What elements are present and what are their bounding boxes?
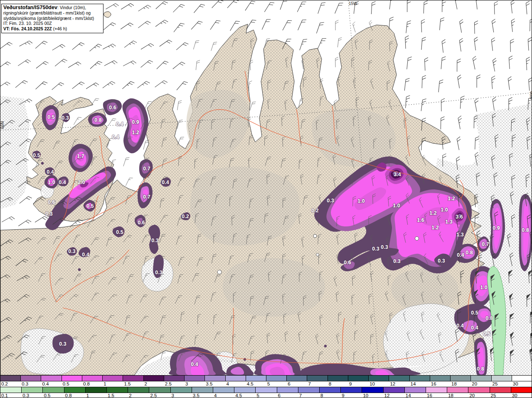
precip-value-label: 1.2 bbox=[431, 225, 438, 231]
precip-value-label: 1.2 bbox=[132, 130, 139, 135]
colorbar-segment bbox=[341, 387, 362, 393]
colorbar-segment bbox=[0, 387, 22, 393]
colorbar-tick-label: 4.5 bbox=[235, 393, 242, 398]
precip-value-label: 0.9 bbox=[493, 225, 500, 231]
colorbar-segment bbox=[128, 387, 149, 393]
precip-value-label: 0.8 bbox=[485, 315, 493, 321]
init-time: IT: Fim. 23. 10. 2025 00Z bbox=[3, 21, 101, 26]
colorbar-tick-label: 1 bbox=[86, 393, 89, 398]
precip-dot bbox=[324, 345, 327, 347]
precip-value-label: 0.8 bbox=[522, 227, 529, 233]
precip-dot bbox=[290, 359, 293, 361]
colorbar-tick-label: 3 bbox=[172, 393, 174, 398]
colorbar-segment bbox=[213, 387, 234, 393]
precip-value-label: 0.2 bbox=[182, 214, 189, 219]
precip-dot bbox=[78, 268, 81, 271]
colorbar-segment bbox=[103, 376, 123, 381]
precip-value-label: 0.7 bbox=[482, 241, 489, 247]
colorbar-segment bbox=[389, 376, 410, 381]
colorbar-tick-label: 9 bbox=[342, 393, 344, 398]
precip-value-label: 1.0 bbox=[357, 198, 365, 204]
title-box: Veðurstofan/IS750dev: Vindur (10m), rign… bbox=[1, 4, 103, 33]
precip-value-label: 0.4 bbox=[47, 169, 54, 175]
colorbar-tick-label: 0.3 bbox=[22, 393, 29, 398]
colorbar-tick-label: 16 bbox=[427, 393, 432, 398]
colorbar-segment bbox=[287, 376, 307, 381]
precip-value-label: 0.4 bbox=[457, 252, 464, 258]
precip-value-label: 0.6 bbox=[344, 260, 351, 265]
colorbar-segment bbox=[384, 387, 405, 393]
colorbar-segment bbox=[192, 387, 213, 393]
meridian-label: 15W bbox=[349, 1, 357, 6]
precip-value-label: 0.8 bbox=[477, 366, 484, 372]
precip-value-label: 1.2 bbox=[429, 210, 436, 216]
precip-value-label: 0.5 bbox=[483, 331, 490, 337]
colorbar-segment bbox=[512, 376, 532, 381]
colorbar-segment bbox=[307, 376, 328, 381]
colorbar-segment bbox=[328, 376, 348, 381]
precip-value-label: 0.6 bbox=[138, 220, 145, 226]
colorbar-segment bbox=[256, 387, 277, 393]
colorbar-segment bbox=[468, 387, 490, 393]
precip-value-label: 0.4 bbox=[471, 325, 478, 331]
colorbar-segment bbox=[41, 376, 62, 381]
colorbar-segment bbox=[21, 376, 41, 381]
colorbar-segment bbox=[82, 376, 103, 381]
colorbar-tick-label: 0.2 bbox=[1, 381, 8, 386]
precip-value-label: 0.4 bbox=[112, 134, 119, 140]
colorbar-tick-label: 0.4 bbox=[42, 381, 49, 386]
colorbar-tick-label: 25 bbox=[491, 393, 496, 398]
colorbar-segment bbox=[0, 376, 21, 381]
precip-value-label: 0.5 bbox=[86, 203, 94, 209]
precip-value-label: 0.3 bbox=[151, 238, 158, 243]
colorbar-segment bbox=[426, 387, 447, 393]
colorbar-tick-label: 4 bbox=[214, 393, 217, 398]
colorbar-tick-label: 25 bbox=[493, 381, 498, 386]
colorbar-segment bbox=[277, 387, 298, 393]
title-line-2: rigning/skúrir (grænt/blátt/rautt - mm/1… bbox=[3, 10, 101, 16]
colorbar-segment bbox=[348, 376, 369, 381]
precip-value-label: 1.0 bbox=[48, 179, 55, 185]
colorbar-segment bbox=[64, 387, 86, 393]
colorbar-tick-label: 9 bbox=[349, 381, 352, 386]
colorbar-tick-label: 30 bbox=[512, 393, 517, 398]
snow-scale-bar bbox=[0, 375, 532, 381]
colorbar-segment bbox=[205, 376, 226, 381]
precip-value-label: 0.4 bbox=[116, 121, 123, 127]
precip-value-label: 0.4 bbox=[162, 179, 169, 185]
precip-value-label: 0.5 bbox=[116, 229, 123, 235]
colorbar-tick-label: 20 bbox=[469, 393, 475, 398]
colorbar-segment bbox=[226, 376, 246, 381]
precip-value-label: 0.5 bbox=[33, 152, 40, 158]
colorbar-segment bbox=[86, 387, 107, 393]
lake bbox=[217, 270, 222, 274]
precip-value-label: 0.3 bbox=[155, 270, 162, 275]
colorbar-tick-label: 4 bbox=[227, 381, 229, 386]
colorbar-segment bbox=[266, 376, 287, 381]
model-name: Veðurstofan/IS750dev bbox=[3, 5, 57, 10]
colorbar-segment bbox=[185, 376, 205, 381]
precip-value-label: 0.7 bbox=[143, 194, 150, 200]
colorbar-tick-label: 0.3 bbox=[22, 381, 28, 386]
colorbar-segment bbox=[320, 387, 341, 393]
title-line-1: Veðurstofan/IS750dev: Vindur (10m), bbox=[3, 5, 101, 10]
precip-value-label: 0.3 bbox=[327, 198, 334, 204]
valid-time: VT: Fös. 24.10.2025 22Z (+46 h) bbox=[3, 26, 101, 32]
colorbar-segment bbox=[234, 387, 256, 393]
precip-value-label: 0.6 bbox=[48, 199, 55, 205]
colorbar-segment bbox=[246, 376, 266, 381]
colorbar-segment bbox=[490, 387, 511, 393]
colorbar-tick-label: 10 bbox=[369, 381, 375, 386]
colorbar-tick-label: 18 bbox=[451, 381, 457, 386]
colorbar-segment bbox=[62, 376, 82, 381]
colorbar-tick-label: 30 bbox=[513, 381, 518, 386]
title-line-3: slydda/snjókoma (grátt/bleikt/grænt - mm… bbox=[3, 16, 101, 21]
precip-value-label: 1.0 bbox=[441, 207, 448, 213]
colorbar-tick-label: 8 bbox=[320, 393, 323, 398]
precip-value-label: 1.2 bbox=[448, 196, 455, 201]
parallel-label-left: 66N bbox=[0, 121, 5, 129]
precip-value-label: 1.3 bbox=[445, 219, 452, 225]
colorbar-segment bbox=[471, 376, 492, 381]
precip-value-label: 0.3 bbox=[62, 115, 69, 121]
colorbar-tick-label: 7 bbox=[299, 393, 302, 398]
